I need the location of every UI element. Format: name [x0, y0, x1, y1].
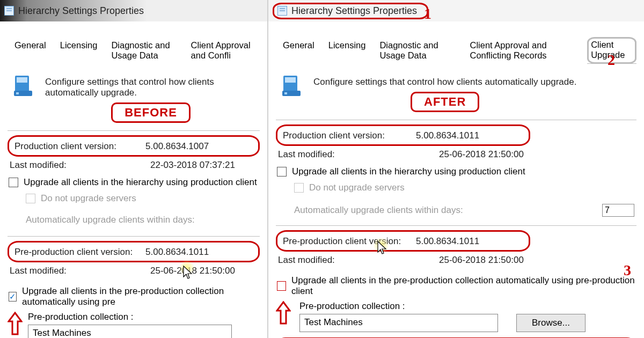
svg-rect-7: [284, 92, 287, 94]
tab-diagnostic[interactable]: Diagnostic and Usage Data: [372, 37, 463, 64]
server-icon: [280, 75, 303, 98]
prod-version-label: Production client version:: [283, 130, 416, 141]
tab-licensing[interactable]: Licensing: [53, 37, 105, 64]
callout-2: 2: [608, 52, 615, 69]
properties-icon: [277, 6, 287, 16]
intro-text: Configure settings that control how clie…: [313, 75, 576, 87]
after-stamp: AFTER: [411, 92, 479, 112]
preprod-version-label: Pre-production client version:: [14, 247, 145, 258]
preprod-collection-field[interactable]: Test Machines: [28, 325, 232, 338]
last-modified-label: Last modified:: [278, 149, 439, 160]
tab-licensing[interactable]: Licensing: [321, 37, 373, 64]
auto-days-label: Automatically upgrade clients within day…: [294, 205, 463, 216]
tab-strip: General Licensing Diagnostic and Usage D…: [8, 36, 260, 64]
preprod-collection-label: Pre-production collection :: [28, 312, 260, 325]
after-pane: Hierarchy Settings Properties 1 General …: [268, 0, 644, 338]
auto-days-label: Automatically upgrade clients within day…: [26, 215, 195, 225]
svg-rect-3: [16, 92, 19, 94]
checkbox-upgrade-prod-label: Upgrade all clients in the hierarchy usi…: [24, 177, 257, 188]
preprod-collection-field[interactable]: Test Machines: [299, 314, 498, 332]
titlebar: Hierarchy Settings Properties: [268, 0, 644, 21]
prod-version-value: 5.00.8634.1007: [145, 141, 253, 152]
callout-1: 1: [424, 5, 431, 23]
checkbox-upgrade-preprod-label: Upgrade all clients in the pre-productio…: [22, 286, 259, 307]
preprod-modified-value: 25-06-2018 21:50:00: [150, 266, 258, 276]
checkbox-no-upgrade-servers: [26, 194, 35, 203]
checkbox-upgrade-preprod[interactable]: [277, 281, 286, 291]
preprod-modified-label: Last modified:: [278, 255, 439, 266]
prod-version-label: Production client version:: [14, 141, 145, 152]
checkbox-upgrade-preprod-label: Upgrade all clients in the pre-productio…: [291, 275, 635, 297]
checkbox-upgrade-prod-label: Upgrade all clients in the hierarchy usi…: [292, 166, 525, 177]
checkbox-no-upgrade-servers: [294, 183, 304, 193]
window-title: Hierarchy Settings Properties: [291, 5, 417, 17]
checkbox-upgrade-prod[interactable]: [277, 167, 287, 177]
up-arrow-icon: [276, 301, 291, 332]
callout-3: 3: [624, 262, 631, 279]
checkbox-no-upgrade-servers-label: Do not upgrade servers: [41, 193, 136, 204]
tab-client-approval[interactable]: Client Approval and Confli: [184, 37, 260, 64]
tab-general[interactable]: General: [276, 37, 321, 64]
preprod-collection-label: Pre-production collection :: [299, 301, 636, 314]
tab-general[interactable]: General: [8, 37, 53, 64]
intro-text: Configure settings that control how clie…: [45, 75, 257, 98]
browse-button[interactable]: Browse...: [516, 314, 586, 332]
prod-version-value: 5.00.8634.1011: [416, 130, 523, 141]
tab-content: Configure settings that control how clie…: [0, 64, 267, 338]
window-title: Hierarchy Settings Properties: [18, 5, 144, 17]
titlebar: Hierarchy Settings Properties: [0, 0, 267, 21]
checkbox-upgrade-preprod[interactable]: ✓: [9, 292, 17, 302]
preprod-modified-value: 25-06-2018 21:50:00: [439, 255, 546, 266]
tab-content: Configure settings that control how clie…: [268, 64, 644, 338]
preprod-version-value: 5.00.8634.1011: [416, 236, 523, 247]
tab-diagnostic[interactable]: Diagnostic and Usage Data: [104, 37, 184, 64]
before-stamp: BEFORE: [111, 102, 191, 123]
last-modified-value: 25-06-2018 21:50:00: [439, 149, 546, 160]
before-pane: Hierarchy Settings Properties General Li…: [0, 0, 268, 338]
svg-rect-1: [17, 77, 27, 83]
checkbox-no-upgrade-servers-label: Do not upgrade servers: [309, 182, 405, 193]
up-arrow-icon: [8, 312, 23, 338]
tab-client-approval[interactable]: Client Approval and Conflicting Records: [463, 37, 588, 64]
preprod-version-label: Pre-production client version:: [283, 236, 416, 247]
server-icon: [12, 75, 34, 98]
preprod-version-value: 5.00.8634.1011: [145, 247, 253, 258]
checkbox-upgrade-prod[interactable]: [9, 178, 18, 187]
days-input[interactable]: 7: [602, 204, 634, 217]
svg-rect-5: [285, 77, 296, 83]
last-modified-label: Last modified:: [10, 160, 150, 171]
properties-icon: [4, 6, 14, 16]
last-modified-value: 22-03-2018 07:37:21: [150, 160, 258, 171]
tab-strip: General Licensing Diagnostic and Usage D…: [276, 36, 636, 64]
preprod-modified-label: Last modified:: [10, 266, 150, 276]
